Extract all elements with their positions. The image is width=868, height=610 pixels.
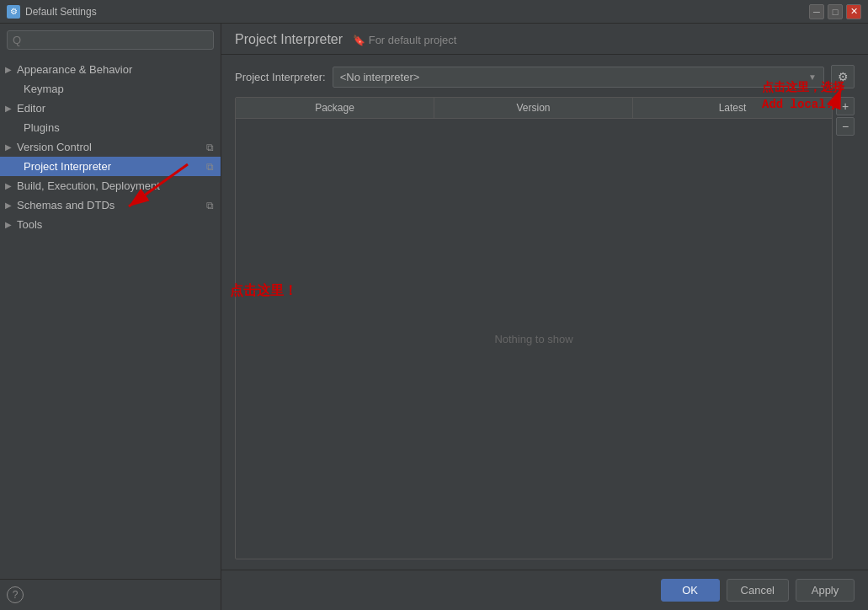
sidebar-item-plugins[interactable]: Plugins [0, 118, 221, 137]
expand-icon-vc: ▶ [5, 142, 17, 152]
interpreter-dropdown[interactable]: <No interpreter> ▼ [333, 67, 824, 88]
content-body: Project Interpreter: <No interpreter> ▼ … [221, 55, 868, 570]
search-icon: Q [13, 34, 21, 46]
sidebar-label-keymap: Keymap [24, 83, 214, 95]
interpreter-value: <No interpreter> [340, 71, 420, 83]
close-button[interactable]: ✕ [846, 4, 861, 19]
table-side-buttons: + − [836, 97, 855, 559]
expand-icon-schemas: ▶ [5, 201, 17, 210]
interpreter-row: Project Interpreter: <No interpreter> ▼ … [235, 65, 855, 88]
column-package: Package [236, 98, 434, 118]
copy-icon-schemas: ⧉ [206, 200, 214, 211]
footer-right: OK Cancel Apply [661, 579, 855, 602]
sidebar-bottom: ? [0, 579, 221, 610]
column-latest: Latest [633, 98, 832, 118]
content-header: Project Interpreter 🔖 For default projec… [221, 24, 868, 55]
search-input[interactable] [24, 34, 208, 46]
content-area: Project Interpreter 🔖 For default projec… [221, 24, 868, 610]
empty-message: Nothing to show [494, 333, 572, 345]
gear-button[interactable]: ⚙ [831, 65, 855, 88]
title-bar-controls: ─ □ ✕ [809, 4, 861, 19]
packages-table: Package Version Latest Nothing to show [235, 97, 833, 559]
table-header: Package Version Latest [236, 98, 832, 119]
search-box[interactable]: Q [7, 30, 214, 50]
interpreter-label: Project Interpreter: [235, 71, 326, 83]
sidebar-label-project-interpreter: Project Interpreter [24, 160, 206, 173]
expand-icon-tools: ▶ [5, 220, 17, 229]
main-container: Q ▶ Appearance & Behavior Keymap ▶ Edito… [0, 24, 868, 610]
expand-icon: ▶ [5, 65, 17, 74]
window-title: Default Settings [25, 6, 97, 18]
sidebar-item-keymap[interactable]: Keymap [0, 79, 221, 99]
sidebar-item-tools[interactable]: ▶ Tools [0, 215, 221, 234]
sidebar: Q ▶ Appearance & Behavior Keymap ▶ Edito… [0, 24, 221, 610]
minimize-button[interactable]: ─ [809, 4, 824, 19]
sidebar-label-build: Build, Execution, Deployment [17, 179, 214, 192]
sidebar-item-schemas[interactable]: ▶ Schemas and DTDs ⧉ [0, 195, 221, 215]
sidebar-item-version-control[interactable]: ▶ Version Control ⧉ [0, 137, 221, 157]
expand-icon-build: ▶ [5, 181, 17, 190]
gear-icon: ⚙ [838, 70, 849, 83]
sidebar-label-editor: Editor [17, 102, 214, 115]
title-bar: ⚙ Default Settings ─ □ ✕ [0, 0, 868, 24]
table-wrapper: Package Version Latest Nothing to show +… [235, 97, 855, 559]
footer: OK Cancel Apply [221, 570, 868, 610]
cancel-button[interactable]: Cancel [727, 579, 789, 602]
column-version: Version [434, 98, 633, 118]
sidebar-item-build[interactable]: ▶ Build, Execution, Deployment [0, 176, 221, 195]
default-project-icon: 🔖 [353, 35, 365, 46]
sidebar-label-tools: Tools [17, 218, 214, 231]
help-button[interactable]: ? [7, 586, 24, 603]
remove-package-button[interactable]: − [836, 117, 855, 136]
sidebar-nav: ▶ Appearance & Behavior Keymap ▶ Editor … [0, 56, 221, 579]
copy-icon-vc: ⧉ [206, 142, 214, 153]
add-package-button[interactable]: + [836, 97, 855, 115]
app-icon: ⚙ [7, 5, 20, 19]
title-bar-left: ⚙ Default Settings [7, 5, 97, 19]
copy-icon-pi: ⧉ [206, 161, 214, 173]
dropdown-arrow-icon: ▼ [808, 72, 817, 82]
sidebar-label-schemas: Schemas and DTDs [17, 199, 206, 211]
content-subtitle: 🔖 For default project [353, 34, 456, 46]
content-subtitle-text: For default project [369, 34, 457, 46]
sidebar-label-appearance: Appearance & Behavior [17, 63, 214, 76]
content-title: Project Interpreter [235, 32, 343, 47]
ok-button[interactable]: OK [661, 579, 720, 602]
sidebar-item-appearance[interactable]: ▶ Appearance & Behavior [0, 60, 221, 79]
table-body: Nothing to show [236, 119, 832, 559]
maximize-button[interactable]: □ [828, 4, 843, 19]
sidebar-label-plugins: Plugins [24, 121, 214, 134]
content-relative: Project Interpreter: <No interpreter> ▼ … [221, 55, 868, 570]
sidebar-label-version-control: Version Control [17, 141, 206, 153]
expand-icon-editor: ▶ [5, 104, 17, 113]
apply-button[interactable]: Apply [796, 579, 855, 602]
sidebar-item-project-interpreter[interactable]: Project Interpreter ⧉ [0, 157, 221, 176]
sidebar-item-editor[interactable]: ▶ Editor [0, 99, 221, 118]
